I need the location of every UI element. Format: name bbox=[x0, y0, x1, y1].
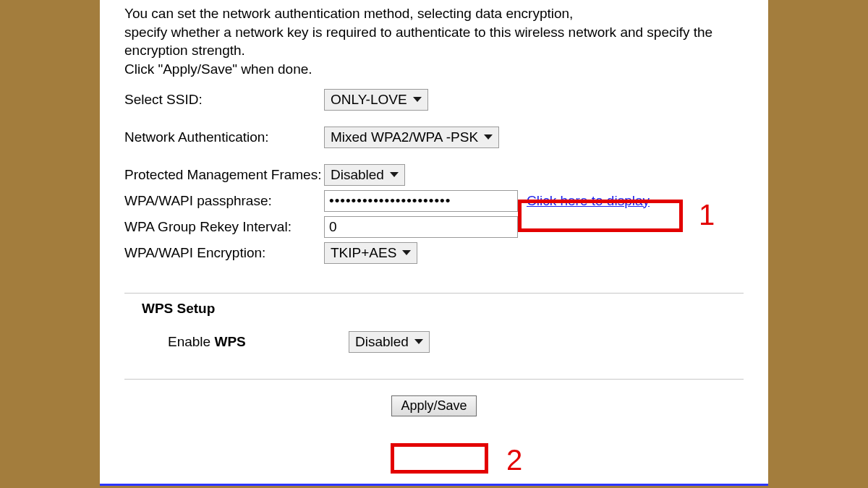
chevron-down-icon bbox=[484, 134, 493, 140]
pmf-label: Protected Management Frames: bbox=[124, 166, 324, 184]
wps-value: Disabled bbox=[355, 333, 409, 351]
network-auth-select[interactable]: Mixed WPA2/WPA -PSK bbox=[324, 127, 499, 148]
divider bbox=[124, 293, 744, 294]
auth-value: Mixed WPA2/WPA -PSK bbox=[331, 129, 478, 146]
chevron-down-icon bbox=[414, 339, 423, 344]
pmf-select[interactable]: Disabled bbox=[324, 164, 405, 186]
intro-line-1: You can set the network authentication m… bbox=[124, 6, 573, 21]
wps-section-title: WPS Setup bbox=[142, 301, 744, 317]
rekey-input[interactable] bbox=[324, 216, 518, 238]
apply-save-button[interactable]: Apply/Save bbox=[391, 395, 476, 416]
auth-label: Network Authentication: bbox=[124, 129, 324, 145]
passphrase-label: WPA/WAPI passphrase: bbox=[124, 193, 324, 209]
pmf-value: Disabled bbox=[331, 166, 384, 184]
ssid-value: ONLY-LOVE bbox=[331, 91, 407, 108]
enable-wps-select[interactable]: Disabled bbox=[349, 331, 430, 353]
intro-line-3: Click "Apply/Save" when done. bbox=[124, 61, 312, 77]
wps-row: Enable WPS Disabled bbox=[168, 331, 744, 353]
rekey-label: WPA Group Rekey Interval: bbox=[124, 219, 324, 235]
encryption-label: WPA/WAPI Encryption: bbox=[124, 245, 324, 261]
intro-text: You can set the network authentication m… bbox=[124, 4, 744, 79]
passphrase-input[interactable] bbox=[324, 190, 518, 212]
security-form: Select SSID: ONLY-LOVE Network Authentic… bbox=[124, 89, 744, 416]
ssid-label: Select SSID: bbox=[124, 92, 324, 108]
chevron-down-icon bbox=[402, 250, 411, 255]
display-passphrase-link[interactable]: Click here to display bbox=[527, 193, 650, 209]
enable-wps-label: Enable WPS bbox=[168, 334, 349, 350]
chevron-down-icon bbox=[390, 172, 399, 177]
chevron-down-icon bbox=[413, 97, 422, 102]
divider bbox=[124, 379, 744, 380]
encryption-value: TKIP+AES bbox=[331, 244, 396, 262]
intro-line-2: specify whether a network key is require… bbox=[124, 25, 712, 59]
ssid-select[interactable]: ONLY-LOVE bbox=[324, 89, 428, 111]
encryption-select[interactable]: TKIP+AES bbox=[324, 242, 417, 264]
settings-panel: You can set the network authentication m… bbox=[100, 0, 768, 486]
